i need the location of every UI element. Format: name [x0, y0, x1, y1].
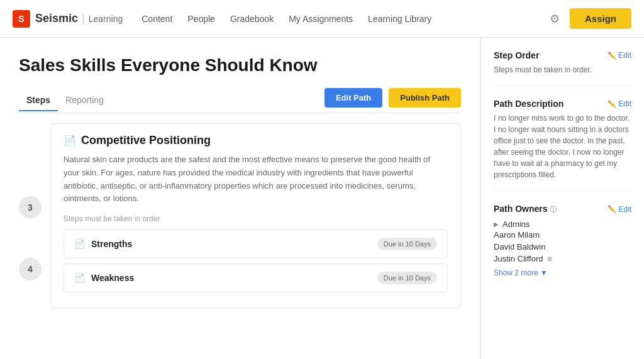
tabs: Steps Reporting [19, 90, 111, 111]
step-number-3: 3 [19, 196, 42, 219]
card-body-text: Natural skin care products are the safes… [64, 153, 448, 206]
tab-reporting[interactable]: Reporting [58, 90, 111, 111]
admins-label: Admins [502, 219, 530, 229]
tab-buttons: Edit Path Publish Path [325, 88, 461, 113]
step-item-left-2: 📄 Weakness [74, 273, 134, 283]
owner-david: David Baldwin [494, 241, 631, 253]
step-item-weakness[interactable]: 📄 Weakness Due in 10 Days [64, 263, 448, 292]
nav-content[interactable]: Content [142, 14, 172, 24]
owner-justin: Justin Clifford [494, 253, 543, 265]
step-number-4: 4 [19, 258, 42, 280]
step-doc-icon-2: 📄 [74, 273, 85, 283]
sidebar-path-owners-header: Path Owners ⓘ ✏️ Edit [494, 204, 631, 214]
card-title: 📄 Competitive Positioning [64, 134, 448, 147]
pencil-icon: ✏️ [608, 52, 616, 60]
sidebar-path-owners: Path Owners ⓘ ✏️ Edit ▶ Admins Aaron Mil… [494, 204, 631, 287]
logo-icon: S [13, 10, 30, 28]
show-more-text: Show 2 more [494, 268, 538, 277]
gear-icon[interactable]: ⚙ [550, 12, 560, 26]
step-item-strengths[interactable]: 📄 Strengths Due in 10 Days [64, 229, 448, 258]
admins-arrow-icon: ▶ [494, 221, 499, 228]
assign-button[interactable]: Assign [570, 8, 631, 29]
left-panel: Sales Skills Everyone Should Know Steps … [0, 38, 480, 359]
logo-brand: Seismic [35, 12, 78, 25]
pencil-icon-2: ✏️ [608, 100, 616, 108]
step-label: Strengths [91, 239, 132, 249]
nav-people[interactable]: People [187, 14, 215, 24]
owners-list: ▶ Admins Aaron Milam David Baldwin Justi… [494, 219, 631, 277]
step-numbers: 3 4 [19, 142, 42, 308]
navbar: S Seismic | Learning Content People Grad… [0, 0, 644, 38]
admins-row: ▶ Admins [494, 219, 631, 229]
nav-links: Content People Gradebook My Assignments … [142, 14, 550, 24]
path-description-edit[interactable]: ✏️ Edit [608, 99, 631, 108]
owner-dot-icon [547, 257, 552, 262]
edit-path-button[interactable]: Edit Path [325, 88, 382, 108]
step-doc-icon: 📄 [74, 239, 85, 249]
due-badge-strengths: Due in 10 Days [377, 238, 437, 250]
logo-divider: | [82, 12, 85, 25]
card-doc-icon: 📄 [64, 135, 76, 146]
step-label-2: Weakness [91, 273, 134, 283]
step-order-text: Steps must be taken in order. [494, 64, 631, 75]
nav-right: ⚙ Assign [550, 8, 631, 29]
sidebar-path-description-header: Path Description ✏️ Edit [494, 99, 631, 109]
path-owners-edit[interactable]: ✏️ Edit [608, 205, 631, 214]
due-badge-weakness: Due in 10 Days [377, 272, 437, 284]
page-title: Sales Skills Everyone Should Know [19, 55, 461, 75]
nav-my-assignments[interactable]: My Assignments [289, 14, 353, 24]
logo: S Seismic | Learning [13, 10, 123, 28]
pencil-icon-3: ✏️ [608, 205, 616, 213]
sidebar-step-order-header: Step Order ✏️ Edit [494, 50, 631, 60]
path-description-title: Path Description [494, 99, 564, 109]
main-card: 📄 Competitive Positioning Natural skin c… [50, 123, 461, 308]
tabs-row: Steps Reporting Edit Path Publish Path [19, 88, 461, 113]
logo-sub: Learning [89, 14, 123, 24]
sidebar-step-order: Step Order ✏️ Edit Steps must be taken i… [494, 50, 631, 86]
publish-path-button[interactable]: Publish Path [389, 88, 461, 108]
card-title-text: Competitive Positioning [81, 134, 211, 147]
owner-justin-row: Justin Clifford [494, 253, 631, 265]
path-description-text: I no longer miss work to go to the docto… [494, 113, 631, 180]
nav-gradebook[interactable]: Gradebook [230, 14, 274, 24]
content-area: 3 4 📄 Competitive Positioning Natural sk… [19, 123, 461, 308]
path-owners-title: Path Owners ⓘ [494, 204, 557, 214]
info-icon: ⓘ [550, 206, 557, 213]
sidebar-path-description: Path Description ✏️ Edit I no longer mis… [494, 99, 631, 191]
step-order-edit[interactable]: ✏️ Edit [608, 51, 631, 60]
main-content: Sales Skills Everyone Should Know Steps … [0, 38, 644, 359]
chevron-down-icon: ▼ [540, 268, 548, 277]
tab-steps[interactable]: Steps [19, 90, 58, 111]
nav-learning-library[interactable]: Learning Library [368, 14, 431, 24]
owner-aaron: Aaron Milam [494, 229, 631, 241]
step-item-left: 📄 Strengths [74, 239, 132, 249]
steps-order-note: Steps must be taken in order [64, 214, 448, 223]
show-more-button[interactable]: Show 2 more ▼ [494, 268, 631, 277]
step-order-title: Step Order [494, 50, 539, 60]
right-panel: Step Order ✏️ Edit Steps must be taken i… [480, 38, 644, 359]
